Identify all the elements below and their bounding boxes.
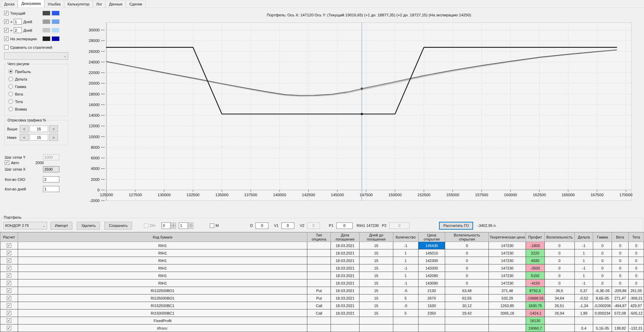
column-header[interactable]: Вега [612,232,628,242]
spin-down-icon[interactable]: ▼ [171,226,176,229]
row-calc-checkbox[interactable]: ✓ [7,243,11,248]
days-count-input[interactable] [43,186,59,192]
cell-open-price[interactable]: 143300 [418,264,445,272]
sko-count-input[interactable] [43,176,59,183]
row-calc-checkbox[interactable]: ✓ [7,318,11,323]
row-calc-checkbox[interactable]: ✓ [7,251,11,255]
row-calc-checkbox[interactable]: ✓ [7,273,11,278]
table-row[interactable]: ✓RIH118.03.202115-11454300147230-18000-1… [0,242,644,249]
radio-profit[interactable] [9,69,13,74]
dh-spinner-2[interactable]: 1 ▲▼ [179,222,193,229]
radio-delta[interactable] [9,77,13,81]
column-header[interactable]: Профит [526,232,545,242]
p1-input[interactable] [336,222,353,229]
row-calc-checkbox[interactable]: ✓ [7,281,11,285]
spin-up-icon[interactable]: ▲ [188,222,193,226]
table-row[interactable]: ✓RI150000BC1Call18.03.2021155235029,4220… [0,309,644,317]
row-calc-checkbox[interactable]: ✓ [7,266,11,270]
tab-smile[interactable]: Улыбка [44,1,64,8]
column-header[interactable]: Волатильность открытия [445,232,489,242]
scenario-days-input-plus2[interactable] [14,27,22,33]
column-header[interactable]: Тип опциона [307,232,331,242]
cell-open-price[interactable]: 142300 [418,257,445,264]
table-row[interactable]: ✓Итого:19060,70,45,1E-05138,82-132,31 [0,324,644,332]
column-header[interactable]: Теоретическая цена [489,232,526,242]
below-percent-input[interactable] [30,134,48,141]
row-calc-checkbox[interactable]: ✓ [7,326,11,330]
tab-diagram[interactable]: Диаграмма [18,0,44,8]
import-button[interactable]: Импорт [50,222,72,230]
payoff-chart[interactable]: 3000028000260002400022000200001800016000… [71,8,644,216]
dh-spinner-1[interactable]: 0 ▲▼ [161,222,176,229]
row-calc-checkbox[interactable]: ✓ [7,296,11,300]
cell-open-price[interactable] [418,317,445,324]
cell-open-price[interactable]: 145010 [418,249,445,257]
column-header[interactable]: Гамма [593,232,612,242]
row-calc-checkbox[interactable]: ✓ [7,288,11,293]
table-row[interactable]: ✓RI135000BO1Put18.03.2021155267062,55532… [0,294,644,302]
row-calc-checkbox[interactable]: ✓ [7,311,11,315]
column-header[interactable]: Тета [628,232,644,242]
column-header[interactable]: Волатильность [544,232,574,242]
table-row[interactable]: ✓RI152500BC1Call18.03.202115-5163030,121… [0,302,644,309]
above-percent-input[interactable] [30,126,48,132]
save-button[interactable]: Сохранить [104,222,132,230]
row-calc-checkbox[interactable]: ✓ [7,258,11,263]
calculate-go-button[interactable]: Рассчитать ГО [439,222,473,230]
dh-spinner-2-value[interactable]: 1 [179,222,188,229]
row-calc-checkbox[interactable]: ✓ [7,303,11,308]
v1-input[interactable] [281,222,294,229]
cell-open-price[interactable]: 145430 [418,242,445,249]
spin-down-icon[interactable]: ▼ [188,226,193,229]
grid-auto-checkbox[interactable]: ✓ [5,160,9,165]
cell-open-price[interactable]: 2670 [418,294,445,302]
above-decrement-button[interactable]: < [20,125,29,132]
portfolio-select[interactable]: КОНДОР 2 ПІ ⌄ [3,222,47,229]
column-header[interactable]: Дата погашения [331,232,360,242]
delete-button[interactable]: Удалить [77,222,100,230]
column-header[interactable]: Расчет [0,232,18,242]
grid-step-x-input[interactable] [43,166,59,172]
tab-calculator[interactable]: Калькулятор [64,1,93,8]
tab-board[interactable]: Доска [1,1,18,8]
scenario-checkbox-plus2[interactable]: ✓ [4,28,9,32]
column-header[interactable]: Цена открытия [418,232,445,242]
table-row[interactable]: ✓RIH118.03.20211511450100147230222001000 [0,249,644,257]
radio-vega[interactable] [9,92,13,96]
table-row[interactable]: ✓RI132500BO1Put18.03.202115-5213063,4837… [0,287,644,294]
cell-open-price[interactable]: 2350 [418,309,445,317]
table-row[interactable]: ✓RIH118.03.20211511420800147230515001000 [0,272,644,279]
scenario-checkbox-expiration[interactable]: ✓ [4,37,9,41]
m-checkbox[interactable] [210,223,214,228]
radio-vomma[interactable] [9,107,13,111]
above-increment-button[interactable]: > [49,125,58,132]
scenario-days-input-plus1[interactable] [14,19,22,25]
cell-open-price[interactable] [418,324,445,332]
cell-open-price[interactable]: 1630 [418,302,445,309]
table-row[interactable]: ✓RIH118.03.202115-11430800147230-41500-1… [0,279,644,287]
table-row[interactable]: ✓FixedProfit18130 [0,317,644,324]
cell-open-price[interactable]: 143080 [418,279,445,287]
d-input[interactable] [255,222,268,229]
cell-open-price[interactable]: 142080 [418,272,445,279]
below-decrement-button[interactable]: < [20,134,29,141]
cell-open-price[interactable]: 2130 [418,287,445,294]
spin-up-icon[interactable]: ▲ [171,222,176,226]
scenario-checkbox-current[interactable]: ✓ [4,11,9,15]
dh-spinner-1-value[interactable]: 0 [161,222,171,229]
column-header[interactable]: Дней до погашения [359,232,393,242]
compare-strategy-checkbox[interactable] [4,45,9,49]
below-increment-button[interactable]: > [49,134,58,141]
radio-gamma[interactable] [9,84,13,89]
tab-data[interactable]: Данные [105,1,126,8]
column-header[interactable]: Код бумаги [18,232,307,242]
table-row[interactable]: ✓RIH118.03.202115-11433000147230-39300-1… [0,264,644,272]
tab-trades[interactable]: Сделки [126,1,146,8]
radio-theta[interactable] [9,99,13,104]
compare-strategy-select[interactable]: ⌄ [4,52,68,60]
table-row[interactable]: ✓RIH118.03.20211511423000147230493001000 [0,257,644,264]
column-header[interactable]: Количество [393,232,418,242]
scenario-checkbox-plus1[interactable]: ✓ [4,19,9,24]
tab-log[interactable]: Лог [93,1,105,8]
column-header[interactable]: Дельта [574,232,593,242]
